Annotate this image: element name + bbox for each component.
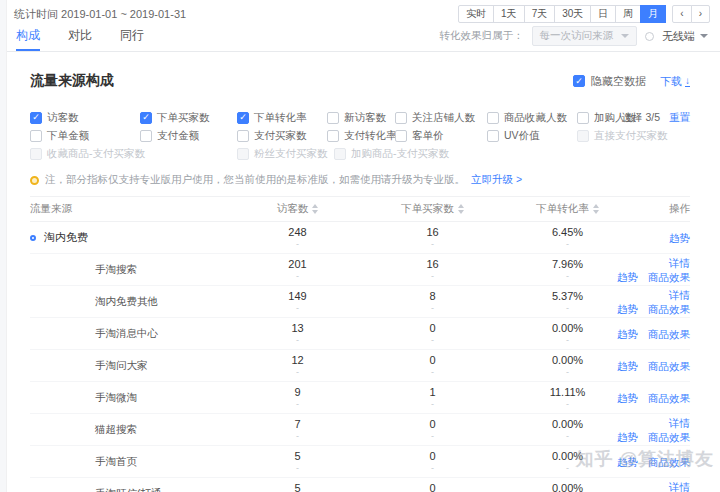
prev-page-button[interactable]: ‹ [672, 5, 691, 23]
metric-option[interactable]: 新访客数 [327, 111, 395, 125]
metric-option[interactable]: ✓下单买家数 [140, 111, 237, 125]
metric-option[interactable]: 加购商品-支付买家数 [334, 147, 544, 161]
traffic-analytics-page: 统计时间 2019-01-01 ~ 2019-01-31 实时1天7天30天日周… [0, 0, 720, 492]
sort-icon[interactable] [593, 204, 599, 214]
action-item-effect-link[interactable]: 商品效果 [648, 271, 690, 283]
download-button[interactable]: 下载 ↓ [660, 74, 690, 89]
action-detail-link[interactable]: 详情 [669, 289, 690, 301]
column-header-metric[interactable]: 下单转化率 [500, 202, 635, 216]
metric-checkbox[interactable] [327, 130, 339, 142]
action-trend-link[interactable]: 趋势 [617, 328, 638, 340]
visitors-cell: 9- [230, 386, 365, 409]
range-button-7[interactable]: 月 [640, 5, 666, 23]
metric-option[interactable]: 关注店铺人数 [395, 111, 487, 125]
range-button-1[interactable]: 实时 [458, 5, 494, 23]
metric-checkbox[interactable] [237, 130, 249, 142]
next-page-button[interactable]: › [691, 5, 710, 23]
metric-value: 5 [230, 482, 365, 492]
action-detail-link[interactable]: 详情 [669, 417, 690, 429]
reset-link[interactable]: 重置 [669, 111, 690, 125]
selected-count-label: 选择 3/5 [621, 111, 660, 125]
table-row: 淘内免费其他149-8-5.37%-详情趋势商品效果 [30, 286, 690, 318]
metric-option[interactable]: 商品收藏人数 [487, 111, 577, 125]
range-button-3[interactable]: 7天 [524, 5, 556, 23]
table-header: 流量来源访客数下单买家数下单转化率操作 [30, 196, 690, 222]
sort-icon[interactable] [458, 204, 464, 214]
metric-option[interactable]: 支付转化率 [327, 129, 395, 143]
range-button-6[interactable]: 周 [615, 5, 641, 23]
hide-empty-checkbox[interactable]: ✓ [573, 75, 585, 87]
action-item-effect-link[interactable]: 商品效果 [648, 360, 690, 372]
metric-checkbox[interactable] [395, 112, 407, 124]
metric-option[interactable]: 粉丝支付买家数 [237, 147, 334, 161]
metric-option[interactable]: ✓下单转化率 [237, 111, 327, 125]
metric-checkbox[interactable] [237, 148, 249, 160]
metric-option[interactable]: ✓访客数 [30, 111, 140, 125]
action-trend-link[interactable]: 趋势 [617, 360, 638, 372]
metric-checkbox[interactable] [577, 130, 589, 142]
actions-cell: 详情趋势商品效果 [635, 417, 690, 443]
metric-value: 7 [230, 418, 365, 430]
action-item-effect-link[interactable]: 商品效果 [648, 328, 690, 340]
buyers-cell: 16- [365, 258, 500, 281]
range-button-5[interactable]: 日 [590, 5, 616, 23]
metric-checkbox[interactable] [487, 112, 499, 124]
visitors-cell: 5- [230, 482, 365, 492]
action-trend-link[interactable]: 趋势 [617, 303, 638, 315]
metric-checkbox[interactable]: ✓ [30, 112, 42, 124]
metric-value: 248 [230, 226, 365, 238]
sort-icon[interactable] [312, 204, 318, 214]
action-detail-link[interactable]: 详情 [669, 257, 690, 269]
column-header-metric[interactable]: 访客数 [230, 202, 365, 216]
compare-placeholder: - [500, 336, 635, 345]
attribution-select[interactable]: 每一次访问来源 [532, 26, 638, 46]
action-trend-link[interactable]: 趋势 [617, 431, 638, 443]
metric-option[interactable]: 直接支付买家数 [577, 129, 687, 143]
compare-placeholder: - [230, 368, 365, 377]
info-icon[interactable] [645, 32, 654, 41]
terminal-select-value: 无线端 [662, 29, 695, 44]
metric-checkbox[interactable] [487, 130, 499, 142]
metric-value: 201 [230, 258, 365, 270]
metric-checkbox[interactable]: ✓ [140, 112, 152, 124]
visitors-cell: 201- [230, 258, 365, 281]
metric-value: 12 [230, 354, 365, 366]
metric-checkbox[interactable] [334, 148, 346, 160]
table-row: 手淘问大家12-0-0.00%-趋势商品效果 [30, 350, 690, 382]
column-header-source: 流量来源 [30, 202, 230, 216]
action-item-effect-link[interactable]: 商品效果 [648, 431, 690, 443]
metric-option[interactable]: 收藏商品-支付买家数 [30, 147, 237, 161]
compare-placeholder: - [500, 240, 635, 249]
action-item-effect-link[interactable]: 商品效果 [648, 392, 690, 404]
source-name: 猫超搜索 [95, 423, 137, 437]
range-button-2[interactable]: 1天 [493, 5, 525, 23]
metric-checkbox[interactable] [327, 112, 339, 124]
metric-checkbox[interactable] [577, 112, 589, 124]
metric-option[interactable]: 支付买家数 [237, 129, 327, 143]
metric-option[interactable]: UV价值 [487, 129, 577, 143]
tab-2[interactable]: 对比 [68, 27, 92, 51]
action-trend-link[interactable]: 趋势 [617, 392, 638, 404]
action-trend-link[interactable]: 趋势 [669, 232, 690, 244]
page-left-margin [0, 0, 7, 492]
metric-checkbox[interactable]: ✓ [237, 112, 249, 124]
metric-option[interactable]: 下单金额 [30, 129, 140, 143]
metric-checkbox[interactable] [395, 130, 407, 142]
metric-checkbox[interactable] [30, 130, 42, 142]
metric-checkbox[interactable] [30, 148, 42, 160]
action-trend-link[interactable]: 趋势 [617, 271, 638, 283]
metric-option[interactable]: 客单价 [395, 129, 487, 143]
upgrade-link[interactable]: 立即升级 > [471, 173, 522, 187]
terminal-select[interactable]: 无线端 [662, 29, 708, 44]
tab-1[interactable]: 构成 [16, 27, 40, 51]
tab-3[interactable]: 同行 [120, 27, 144, 51]
actions-cell: 趋势商品效果 [635, 360, 690, 372]
action-detail-link[interactable]: 详情 [669, 481, 690, 492]
metric-option[interactable]: 支付金额 [140, 129, 237, 143]
chevron-down-icon [621, 34, 629, 38]
action-item-effect-link[interactable]: 商品效果 [648, 303, 690, 315]
range-button-4[interactable]: 30天 [554, 5, 591, 23]
column-header-metric[interactable]: 下单买家数 [365, 202, 500, 216]
metric-checkbox[interactable] [140, 130, 152, 142]
column-header-label: 下单买家数 [401, 202, 454, 214]
